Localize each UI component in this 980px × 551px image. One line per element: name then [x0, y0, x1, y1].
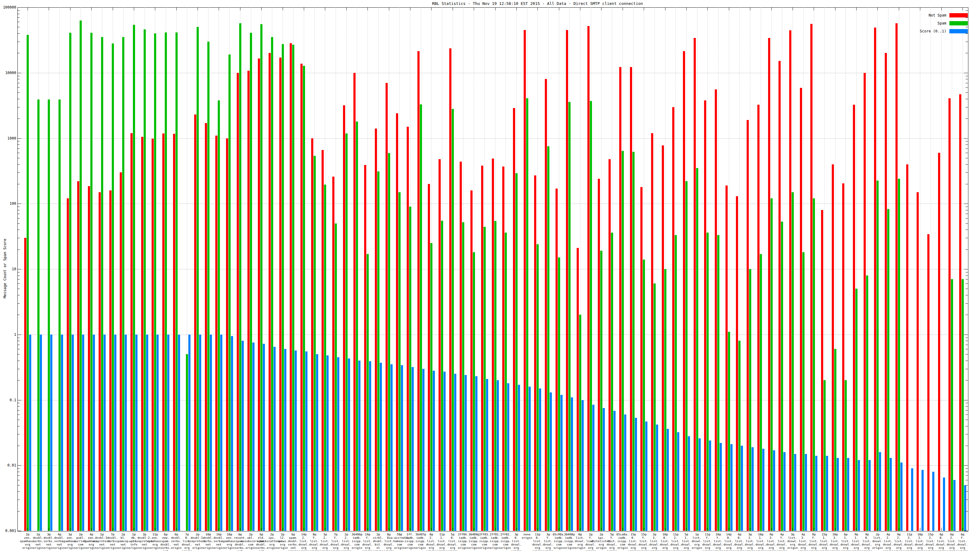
bar-score: [61, 335, 63, 531]
bar-spam: [686, 181, 687, 531]
bar-score: [921, 470, 924, 531]
y-tick-minor: [966, 53, 968, 53]
bar-score: [528, 387, 531, 531]
x-tick: [835, 528, 835, 531]
y-tick-minor: [966, 480, 968, 480]
y-tick-major: [18, 400, 21, 400]
x-tick: [49, 7, 49, 10]
bar-not-spam: [757, 105, 759, 531]
bar-spam: [175, 32, 178, 531]
x-tick: [368, 528, 368, 531]
x-tick: [389, 528, 389, 531]
x-tick: [792, 7, 793, 10]
x-tick: [772, 7, 772, 10]
bar-score: [698, 438, 701, 531]
y-tick-minor: [18, 107, 20, 108]
x-tick: [219, 7, 219, 10]
bar-spam: [324, 184, 326, 531]
y-tick-minor: [18, 480, 20, 480]
bar-not-spam: [715, 89, 717, 531]
bar-score: [380, 363, 382, 531]
bar-spam: [951, 279, 953, 531]
x-tick: [70, 7, 70, 10]
bar-not-spam: [460, 162, 462, 531]
y-tick-label: 0.001: [0, 529, 16, 533]
bar-not-spam: [566, 30, 568, 531]
x-tick: [835, 7, 835, 10]
bar-spam: [675, 235, 677, 531]
bar-spam: [781, 222, 783, 531]
bar-not-spam: [736, 196, 738, 531]
y-tick-minor: [18, 275, 20, 276]
legend-swatch-score-icon: [950, 29, 968, 33]
bar-spam: [335, 224, 337, 531]
x-tick: [431, 528, 431, 531]
y-tick-minor: [18, 172, 20, 173]
bar-spam: [770, 198, 773, 531]
y-tick-major: [964, 531, 968, 531]
bar-spam: [866, 275, 868, 531]
bar-not-spam: [237, 73, 239, 531]
bar-not-spam: [577, 248, 579, 531]
bar-score: [943, 478, 945, 531]
y-tick-minor: [18, 184, 20, 184]
bar-score: [953, 480, 956, 531]
bar-score: [560, 395, 563, 531]
bar-score: [50, 335, 52, 531]
x-gridline: [931, 7, 931, 531]
bar-not-spam: [247, 71, 250, 531]
y-tick-major: [964, 7, 968, 8]
bar-score: [465, 375, 467, 531]
bar-spam: [80, 21, 82, 531]
y-tick-label: 100: [0, 202, 16, 205]
bar-score: [114, 335, 116, 531]
y-tick-major: [964, 203, 968, 204]
bar-not-spam: [332, 176, 334, 531]
y-tick-minor: [966, 141, 968, 141]
x-tick: [729, 7, 729, 10]
bar-not-spam: [492, 159, 494, 531]
y-tick-minor: [966, 230, 968, 230]
y-tick-label: 1: [0, 333, 16, 337]
x-tick: [91, 528, 92, 531]
bar-score: [188, 335, 191, 531]
x-tick: [240, 7, 240, 10]
bar-spam: [643, 260, 645, 531]
bar-not-spam: [99, 192, 101, 531]
bar-not-spam: [364, 165, 366, 531]
bar-not-spam: [24, 238, 26, 531]
bar-score: [412, 367, 414, 531]
bar-spam: [473, 252, 475, 531]
y-tick-label: 10: [0, 267, 16, 271]
bar-spam: [197, 27, 199, 531]
bar-not-spam: [864, 73, 866, 531]
bar-score: [369, 361, 371, 531]
y-tick-major: [18, 531, 21, 531]
bar-not-spam: [842, 183, 844, 531]
bar-spam: [345, 133, 348, 531]
bar-spam: [622, 151, 624, 531]
bar-score: [518, 385, 520, 531]
bar-spam: [409, 206, 411, 531]
bar-not-spam: [874, 27, 876, 531]
bar-score: [401, 365, 403, 531]
bar-spam: [292, 45, 294, 531]
bar-spam: [505, 233, 507, 531]
bar-not-spam: [598, 179, 600, 531]
bar-not-spam: [534, 175, 536, 531]
bar-spam: [728, 332, 730, 531]
bar-spam: [484, 227, 486, 531]
bar-score: [858, 460, 860, 531]
bar-spam: [377, 171, 379, 531]
bar-not-spam: [194, 114, 196, 531]
bar-score: [72, 335, 74, 531]
bar-spam: [855, 289, 858, 531]
bar-not-spam: [747, 120, 749, 531]
bar-score: [178, 335, 180, 531]
x-tick: [516, 7, 517, 10]
x-tick: [772, 528, 772, 531]
bar-spam: [90, 33, 92, 531]
y-tick-minor: [18, 144, 20, 145]
bar-spam: [271, 37, 273, 531]
bar-not-spam: [449, 48, 452, 531]
